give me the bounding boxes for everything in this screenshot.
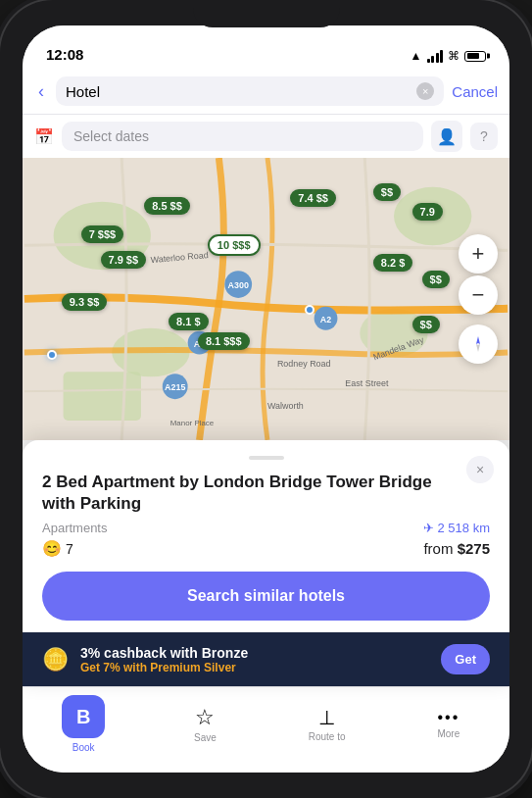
compass-button[interactable] [459, 324, 498, 364]
hotel-pin[interactable]: 7.9 $$ [101, 251, 147, 269]
location-dot [305, 305, 314, 315]
svg-text:Walworth: Walworth [267, 401, 304, 411]
svg-text:A215: A215 [165, 382, 185, 392]
search-input-wrapper[interactable]: Hotel × [56, 76, 444, 106]
date-area: 📅 Select dates 👤 ? [23, 114, 509, 158]
hotel-pin[interactable]: 8.2 $ [373, 254, 412, 272]
price: from $275 [423, 540, 490, 557]
hotel-card: × 2 Bed Apartment by London Bridge Tower… [23, 440, 509, 686]
hotel-pin[interactable]: 7.4 $$ [290, 189, 336, 207]
drag-handle [249, 456, 284, 460]
svg-rect-5 [64, 372, 141, 421]
map-area[interactable]: A2 A300 A2 A215 Waterloo Road Walworth E… [23, 158, 509, 440]
guest-icon: 👤 [437, 127, 457, 146]
close-card-button[interactable]: × [466, 456, 494, 483]
hotel-type: Apartments [42, 521, 107, 535]
route-icon: ⊥ [318, 706, 335, 729]
more-icon: ••• [437, 709, 459, 726]
back-button[interactable]: ‹ [34, 77, 48, 106]
svg-text:A300: A300 [228, 280, 249, 290]
tab-route[interactable]: ⊥ Route to [266, 706, 388, 742]
notch [193, 0, 340, 27]
zoom-out-button[interactable]: − [459, 275, 498, 315]
tab-bar: B Book ☆ Save ⊥ Route to ••• More [23, 686, 509, 773]
svg-text:Manor Place: Manor Place [170, 419, 215, 427]
search-similar-button[interactable]: Search similar hotels [42, 572, 490, 621]
battery-icon [464, 51, 486, 62]
hotel-pin[interactable]: $$ [412, 316, 440, 333]
tab-more-label: More [437, 728, 459, 739]
search-area: ‹ Hotel × Cancel [23, 69, 509, 114]
svg-marker-21 [476, 336, 480, 344]
tab-more[interactable]: ••• More [388, 709, 509, 739]
clear-button[interactable]: × [416, 82, 434, 100]
svg-text:A2: A2 [320, 315, 331, 324]
cashback-banner: 🪙 3% cashback with Bronze Get 7% with Pr… [23, 632, 509, 686]
save-icon: ☆ [195, 705, 215, 730]
status-time: 12:08 [46, 46, 83, 63]
selected-hotel-pin[interactable]: 10 $$$ [208, 234, 261, 256]
hotel-pin[interactable]: 8.1 $ [169, 313, 208, 330]
cashback-title: 3% cashback with Bronze [80, 645, 429, 661]
hotel-pin[interactable]: $$ [373, 183, 401, 201]
plane-icon: ✈ [423, 521, 434, 535]
cashback-action-button[interactable]: Get [441, 644, 490, 674]
user-location-dot [47, 350, 57, 360]
cancel-button[interactable]: Cancel [452, 83, 498, 100]
hotel-title: 2 Bed Apartment by London Bridge Tower B… [42, 472, 490, 515]
svg-text:Rodney Road: Rodney Road [277, 359, 331, 369]
status-bar: 12:08 ▲ ⌘ [23, 25, 509, 69]
help-button[interactable]: ? [470, 123, 498, 150]
hotel-pin[interactable]: 8.5 $$ [144, 197, 190, 215]
tab-book-label: Book [73, 742, 95, 753]
cashback-text: 3% cashback with Bronze Get 7% with Prem… [80, 645, 429, 674]
hotel-distance: ✈ 2 518 km [423, 521, 490, 535]
calendar-icon: 📅 [34, 127, 54, 146]
cashback-icon: 🪙 [42, 647, 69, 673]
hotel-pin[interactable]: 7.9 [412, 203, 443, 221]
hotel-rating-row: 😊 7 from $275 [42, 539, 490, 558]
hotel-meta: Apartments ✈ 2 518 km [42, 521, 490, 535]
date-input[interactable]: Select dates [62, 122, 423, 151]
tab-save[interactable]: ☆ Save [144, 705, 266, 743]
wifi-icon: ⌘ [448, 49, 459, 63]
rating-number: 7 [66, 541, 73, 557]
tab-book[interactable]: B Book [23, 695, 144, 753]
cashback-subtitle: Get 7% with Premium Silver [80, 661, 429, 674]
book-icon: B [62, 695, 105, 738]
map-controls: + − [459, 234, 498, 364]
search-text: Hotel [66, 83, 411, 100]
svg-text:East Street: East Street [345, 378, 389, 388]
location-arrow-icon: ▲ [411, 49, 422, 63]
price-from: from [423, 540, 457, 557]
hotel-pin[interactable]: 7 $$$ [81, 225, 124, 243]
rating-badge: 😊 7 [42, 539, 73, 558]
tab-route-label: Route to [309, 731, 346, 742]
zoom-in-button[interactable]: + [459, 234, 498, 274]
guest-button[interactable]: 👤 [431, 121, 462, 152]
hotel-pin[interactable]: 9.3 $$ [62, 293, 108, 311]
signal-icon [427, 50, 444, 63]
svg-marker-22 [476, 344, 480, 352]
tab-save-label: Save [194, 732, 217, 743]
phone-frame: 12:08 ▲ ⌘ ‹ Hotel × C [0, 0, 532, 798]
hotel-pin[interactable]: $$ [422, 271, 450, 288]
status-icons: ▲ ⌘ [411, 49, 486, 63]
smiley-icon: 😊 [42, 539, 62, 558]
hotel-pin[interactable]: 8.1 $$$ [198, 332, 250, 350]
phone-screen: 12:08 ▲ ⌘ ‹ Hotel × C [23, 25, 509, 773]
price-amount: $275 [458, 540, 490, 557]
